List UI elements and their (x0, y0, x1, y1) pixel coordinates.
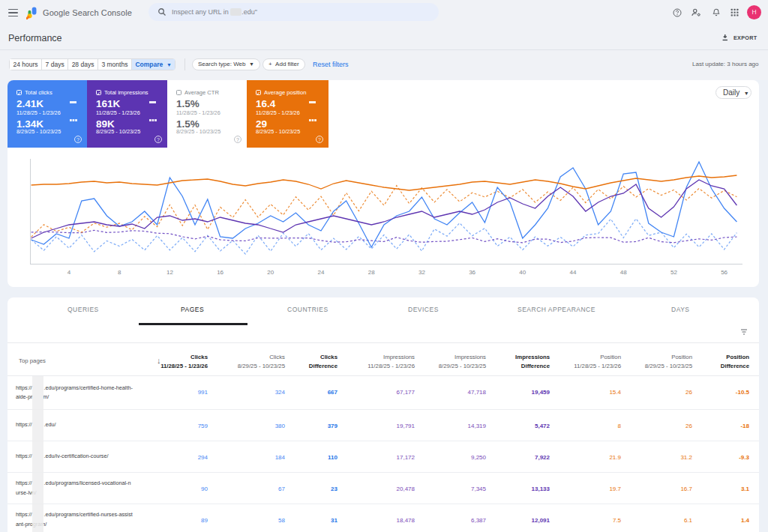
svg-text:44: 44 (570, 269, 577, 276)
svg-text:52: 52 (670, 269, 677, 276)
svg-text:32: 32 (418, 269, 425, 276)
svg-text:8: 8 (118, 269, 122, 276)
svg-text:28: 28 (368, 269, 375, 276)
svg-text:4: 4 (68, 269, 71, 276)
svg-text:48: 48 (620, 269, 627, 276)
svg-text:24: 24 (318, 269, 325, 276)
svg-text:36: 36 (469, 269, 476, 276)
svg-text:40: 40 (519, 269, 526, 276)
svg-text:12: 12 (166, 269, 173, 276)
svg-text:16: 16 (217, 269, 224, 276)
svg-text:20: 20 (267, 269, 274, 276)
svg-text:56: 56 (721, 269, 728, 276)
